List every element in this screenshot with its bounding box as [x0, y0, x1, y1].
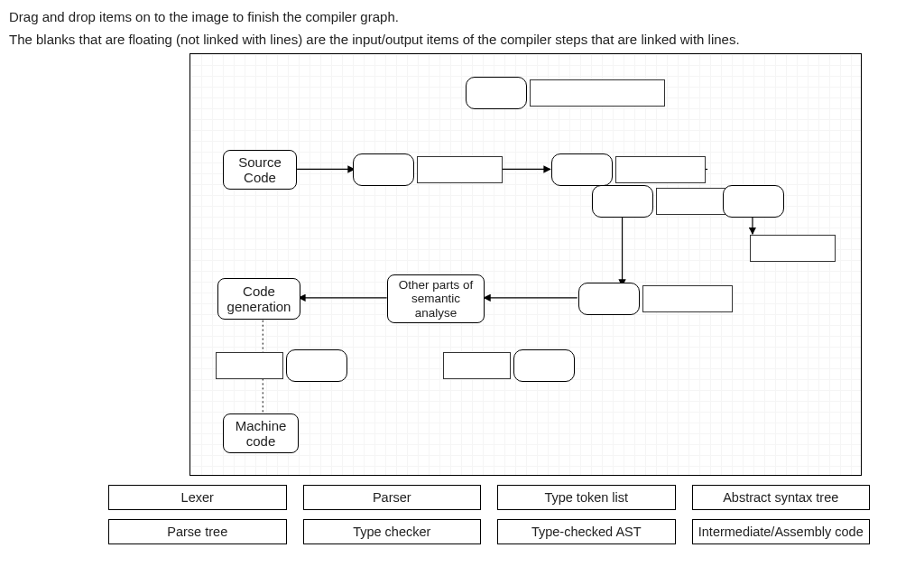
drag-item-type-token-list[interactable]: Type token list: [497, 485, 676, 510]
drop-slot-small-bl2[interactable]: [513, 349, 575, 382]
node-code-generation: Code generation: [217, 278, 300, 320]
instructions-block: Drag and drop items on to the image to f…: [9, 7, 915, 50]
instruction-line-2: The blanks that are floating (not linked…: [9, 30, 915, 51]
answer-bank: Lexer Parser Type token list Abstract sy…: [9, 485, 915, 544]
drag-item-lexer[interactable]: Lexer: [108, 485, 287, 510]
drop-slot-small-r2b[interactable]: [551, 153, 613, 186]
drag-item-parse-tree[interactable]: Parse tree: [108, 519, 287, 544]
node-other-semantic: Other parts of semantic analyse: [387, 274, 485, 323]
drag-item-parser[interactable]: Parser: [303, 485, 482, 510]
drop-slot-big-r2a[interactable]: [417, 156, 503, 183]
diagram-drop-board[interactable]: Source Code Code generation Other parts …: [189, 53, 862, 476]
drop-slot-small-rcl2[interactable]: [723, 185, 784, 218]
drag-item-abstract-syntax-tree[interactable]: Abstract syntax tree: [692, 485, 871, 510]
drop-slot-big-top[interactable]: [530, 79, 665, 107]
drop-slot-big-rcl2[interactable]: [750, 235, 836, 262]
drag-item-type-checker[interactable]: Type checker: [303, 519, 482, 544]
drop-slot-big-r2b[interactable]: [615, 156, 706, 183]
node-source-code: Source Code: [223, 150, 297, 190]
drop-slot-small-mid[interactable]: [578, 283, 640, 315]
node-machine-code: Machine code: [223, 413, 299, 453]
edges-layer: [190, 54, 861, 475]
drag-item-intermediate-assembly-code[interactable]: Intermediate/Assembly code: [692, 519, 871, 544]
drop-slot-big-mid[interactable]: [642, 285, 733, 312]
drop-slot-small-rcl1[interactable]: [592, 185, 653, 218]
drop-slot-big-bl2[interactable]: [443, 352, 511, 379]
drop-slot-small-r2a[interactable]: [353, 153, 414, 186]
drop-slot-small-top[interactable]: [466, 77, 527, 109]
drag-item-type-checked-ast[interactable]: Type-checked AST: [497, 519, 676, 544]
drop-slot-big-bl1[interactable]: [216, 352, 283, 379]
drop-slot-small-bl1[interactable]: [286, 349, 347, 382]
instruction-line-1: Drag and drop items on to the image to f…: [9, 7, 915, 28]
